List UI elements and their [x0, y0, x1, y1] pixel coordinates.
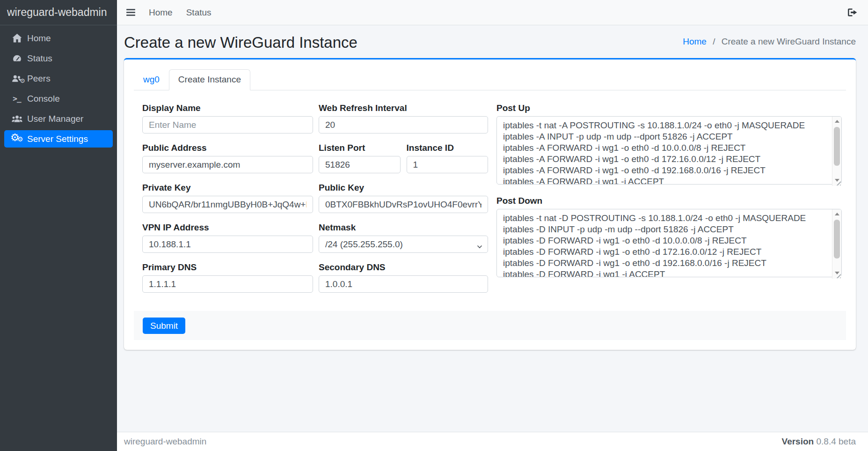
scroll-up-icon	[835, 213, 839, 215]
post-up-label: Post Up	[496, 103, 842, 113]
sidebar-item-label: Peers	[27, 74, 51, 84]
breadcrumb: Home / Create a new WireGuard Instance	[683, 35, 856, 48]
primary-dns-label: Primary DNS	[142, 262, 313, 273]
sidebar-item-label: User Manager	[27, 114, 83, 124]
page-title: Create a new WireGuard Instance	[124, 33, 357, 52]
private-key-label: Private Key	[142, 182, 313, 193]
instance-form: Display Name Public Address Private Key …	[134, 90, 846, 302]
sidebar-item-server-settings[interactable]: ⚙⚙ Server Settings	[4, 130, 113, 148]
public-key-label: Public Key	[319, 182, 488, 193]
scrollbar-thumb	[834, 220, 840, 259]
scrollbar-thumb	[834, 127, 840, 166]
web-refresh-interval-label: Web Refresh Interval	[319, 103, 488, 113]
form-column-3: Post Up iptables -t nat -A POSTROUTING -…	[494, 103, 842, 302]
post-down-label: Post Down	[496, 195, 842, 206]
topnav-link-status[interactable]: Status	[186, 7, 212, 18]
top-navbar: Home Status	[117, 0, 868, 25]
sidebar-item-user-manager[interactable]: User Manager	[4, 110, 113, 127]
secondary-dns-input[interactable]	[319, 275, 488, 293]
listen-port-input[interactable]	[319, 156, 401, 173]
display-name-input[interactable]	[142, 116, 313, 133]
page-footer: wireguard-webadmin Version 0.8.4 beta	[117, 432, 868, 451]
tab-create-instance[interactable]: Create Instance	[169, 69, 250, 90]
display-name-label: Display Name	[142, 103, 313, 113]
version-label: Version	[782, 436, 814, 446]
content-header: Create a new WireGuard Instance Home / C…	[124, 33, 856, 52]
terminal-icon: >_	[8, 94, 26, 103]
vpn-ip-input[interactable]	[142, 236, 313, 253]
listen-port-label: Listen Port	[319, 142, 401, 153]
post-up-scrollbar[interactable]	[832, 117, 841, 186]
sidebar-item-console[interactable]: >_ Console	[4, 90, 113, 107]
form-footer: Submit	[134, 311, 846, 340]
sidebar-item-label: Console	[27, 94, 60, 104]
breadcrumb-separator: /	[713, 37, 715, 46]
sidebar-item-peers[interactable]: ⚙ Peers	[4, 70, 113, 87]
users-gear-icon: ⚙	[8, 74, 26, 82]
scroll-down-icon	[835, 272, 839, 274]
sidebar-item-label: Server Settings	[27, 134, 88, 144]
tab-wg0[interactable]: wg0	[134, 69, 169, 90]
sign-out-icon[interactable]	[847, 8, 857, 17]
public-address-label: Public Address	[142, 142, 313, 153]
breadcrumb-current: Create a new WireGuard Instance	[722, 37, 856, 46]
sidebar-menu: Home Status ⚙ Peers >_ Console User M	[0, 25, 117, 155]
netmask-select[interactable]: /24 (255.255.255.0)	[319, 236, 488, 253]
sidebar: wireguard-webadmin Home Status ⚙ Peers >…	[0, 0, 117, 451]
scroll-down-icon	[835, 179, 839, 182]
sidebar-item-status[interactable]: Status	[4, 50, 113, 67]
home-icon	[8, 34, 26, 43]
cogs-icon: ⚙⚙	[8, 133, 26, 145]
post-down-textarea[interactable]: iptables -t nat -D POSTROUTING -s 10.188…	[496, 209, 842, 277]
form-column-2: Web Refresh Interval Listen Port Instanc…	[319, 103, 488, 302]
scroll-up-icon	[835, 120, 839, 123]
version-text: Version 0.8.4 beta	[782, 436, 856, 447]
version-value: 0.8.4 beta	[816, 436, 856, 446]
sidebar-item-label: Status	[27, 53, 52, 64]
primary-dns-input[interactable]	[142, 275, 313, 293]
sidebar-item-label: Home	[27, 33, 51, 44]
post-up-textarea[interactable]: iptables -t nat -A POSTROUTING -s 10.188…	[496, 116, 842, 185]
main-content: Create a new WireGuard Instance Home / C…	[117, 25, 868, 432]
hamburger-icon[interactable]	[126, 9, 135, 16]
instance-tabs: wg0 Create Instance	[134, 69, 846, 90]
topnav-link-home[interactable]: Home	[149, 7, 173, 18]
instance-id-label: Instance ID	[407, 142, 489, 153]
gauge-icon	[8, 53, 26, 63]
post-down-scrollbar[interactable]	[832, 209, 841, 279]
private-key-input[interactable]	[142, 196, 313, 213]
public-key-input[interactable]	[319, 196, 488, 213]
footer-brand: wireguard-webadmin	[124, 436, 206, 447]
brand-link[interactable]: wireguard-webadmin	[0, 0, 117, 25]
form-column-1: Display Name Public Address Private Key …	[142, 103, 313, 302]
secondary-dns-label: Secondary DNS	[319, 262, 488, 273]
users-icon	[8, 115, 26, 123]
public-address-input[interactable]	[142, 156, 313, 173]
submit-button[interactable]: Submit	[143, 318, 185, 334]
breadcrumb-home-link[interactable]: Home	[683, 37, 707, 46]
card-body: wg0 Create Instance Display Name Public …	[124, 59, 856, 350]
gear-glyph: ⚙	[20, 77, 25, 84]
sidebar-item-home[interactable]: Home	[4, 30, 113, 47]
vpn-ip-label: VPN IP Address	[142, 222, 313, 233]
netmask-label: Netmask	[319, 222, 488, 233]
instance-card: wg0 Create Instance Display Name Public …	[124, 58, 856, 350]
instance-id-input[interactable]	[407, 156, 489, 173]
web-refresh-interval-input[interactable]	[319, 116, 488, 133]
